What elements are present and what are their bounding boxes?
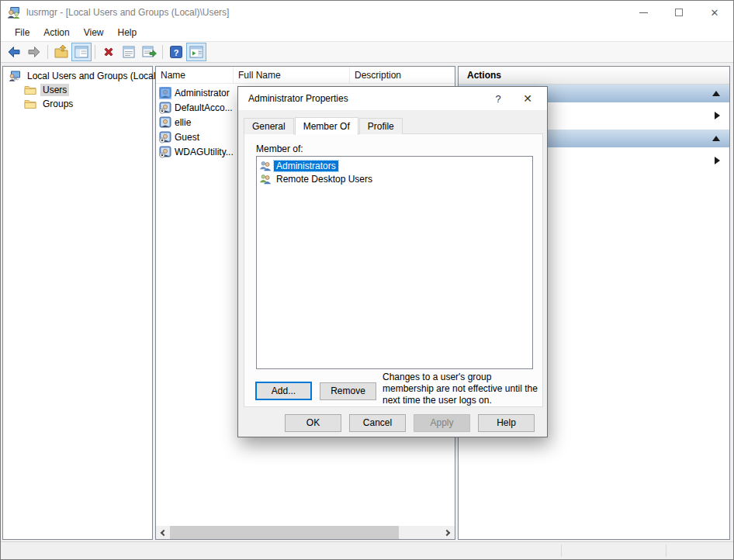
selection-overlay	[159, 87, 171, 99]
dialog-tabstrip: General Member Of Profile	[244, 117, 403, 134]
group-item-administrators[interactable]: Administrators	[257, 159, 532, 172]
tree-node-groups-label: Groups	[40, 98, 75, 110]
close-button[interactable]: ✕	[697, 1, 732, 24]
member-of-tab-page: Member of: Administrators	[244, 133, 543, 407]
dialog-help-button[interactable]: ?	[483, 87, 513, 110]
collapse-icon[interactable]	[712, 136, 720, 141]
user-icon	[159, 87, 171, 99]
group-icon	[259, 160, 272, 172]
cancel-button[interactable]: Cancel	[349, 414, 406, 432]
close-icon: ✕	[523, 92, 532, 105]
user-disabled-icon	[159, 146, 171, 158]
forward-icon	[26, 44, 42, 60]
member-of-label: Member of:	[256, 143, 303, 154]
tab-member-of[interactable]: Member Of	[295, 117, 358, 135]
tree-node-users-label: Users	[40, 84, 69, 96]
user-name: DefaultAcco...	[175, 102, 233, 113]
apply-button[interactable]: Apply	[414, 414, 470, 432]
back-icon	[6, 44, 22, 60]
maximize-button[interactable]	[661, 1, 697, 24]
tab-profile[interactable]: Profile	[359, 118, 403, 134]
app-window: lusrmgr - [Local Users and Groups (Local…	[0, 0, 734, 560]
help-icon: ?	[495, 93, 500, 105]
group-item-remote-desktop-users[interactable]: Remote Desktop Users	[257, 172, 532, 185]
show-console-tree-button[interactable]	[71, 43, 92, 61]
scroll-left-button[interactable]	[156, 526, 169, 539]
user-name: Administrator	[175, 88, 230, 99]
dialog-title: Administrator Properties	[248, 93, 483, 104]
back-button[interactable]	[4, 43, 24, 61]
collapse-icon[interactable]	[712, 91, 720, 96]
show-console-tree-icon	[74, 44, 89, 60]
menu-file[interactable]: File	[8, 25, 36, 40]
console-tree-pane: Local Users and Groups (Local) Users Gro…	[2, 66, 153, 540]
computer-users-icon	[9, 70, 21, 82]
ok-button[interactable]: OK	[285, 414, 341, 432]
horizontal-scrollbar[interactable]	[156, 526, 455, 539]
scroll-right-button[interactable]	[441, 526, 455, 539]
help-button[interactable]: ?	[166, 43, 186, 61]
up-one-level-icon	[54, 44, 69, 60]
user-name: ellie	[175, 117, 191, 128]
app-icon	[7, 6, 20, 19]
statusbar-separator	[561, 544, 562, 557]
membership-note: Changes to a user's group membership are…	[383, 372, 544, 406]
window-title: lusrmgr - [Local Users and Groups (Local…	[26, 7, 229, 18]
menu-bar: File Action View Help	[1, 24, 733, 41]
column-header-description[interactable]: Description	[350, 67, 455, 83]
export-list-button[interactable]	[139, 43, 159, 61]
properties-button[interactable]	[119, 43, 139, 61]
group-name: Administrators	[274, 161, 338, 171]
actions-pane-title: Actions	[459, 67, 729, 85]
delete-button[interactable]	[99, 43, 119, 61]
scrollbar-track[interactable]	[169, 526, 441, 539]
user-name: Guest	[175, 132, 199, 143]
menu-view[interactable]: View	[77, 25, 111, 40]
remove-button[interactable]: Remove	[320, 382, 376, 400]
user-disabled-icon	[159, 131, 171, 143]
column-header-name[interactable]: Name	[156, 67, 234, 83]
toolbar: ?	[1, 41, 733, 63]
toolbar-separator	[47, 45, 48, 59]
close-icon: ✕	[711, 7, 719, 19]
minimize-button[interactable]	[625, 1, 661, 24]
group-icon	[259, 173, 272, 185]
delete-icon	[101, 44, 116, 60]
help-icon: ?	[168, 44, 184, 60]
list-header: Name Full Name Description	[156, 67, 455, 84]
forward-button[interactable]	[24, 43, 44, 61]
column-header-full-name[interactable]: Full Name	[234, 67, 350, 83]
status-bar	[1, 541, 733, 559]
properties-icon	[121, 44, 137, 60]
submenu-arrow-icon	[715, 157, 720, 164]
up-one-level-button[interactable]	[51, 43, 71, 61]
user-icon	[159, 116, 171, 129]
minimize-icon	[639, 12, 648, 13]
toolbar-separator	[95, 45, 95, 59]
dialog-close-button[interactable]: ✕	[513, 87, 542, 110]
user-disabled-icon	[159, 102, 171, 114]
submenu-arrow-icon	[715, 112, 720, 119]
group-membership-list[interactable]: Administrators Remote Desktop Users	[256, 156, 533, 369]
chevron-right-icon	[444, 529, 450, 535]
help-button-dialog[interactable]: Help	[478, 414, 535, 432]
administrator-properties-dialog: Administrator Properties ? ✕ General Mem…	[237, 86, 548, 437]
menu-action[interactable]: Action	[36, 25, 76, 40]
tree-node-groups[interactable]: Groups	[3, 97, 152, 111]
dialog-title-bar: Administrator Properties ? ✕	[238, 87, 547, 110]
group-name: Remote Desktop Users	[274, 174, 375, 185]
user-name: WDAGUtility...	[175, 147, 234, 157]
export-list-icon	[141, 44, 157, 60]
tab-general[interactable]: General	[244, 118, 294, 134]
dialog-button-row: OK Cancel Apply Help	[238, 414, 535, 432]
chevron-left-icon	[161, 529, 167, 535]
add-button[interactable]: Add...	[255, 382, 312, 400]
maximize-icon	[675, 9, 683, 16]
menu-help[interactable]: Help	[111, 25, 144, 40]
show-action-pane-icon	[189, 44, 204, 60]
tree-root-node[interactable]: Local Users and Groups (Local)	[3, 69, 152, 83]
tree-node-users[interactable]: Users	[3, 83, 152, 97]
tree-root-label: Local Users and Groups (Local)	[25, 70, 161, 82]
show-action-pane-button[interactable]	[186, 43, 206, 61]
scrollbar-thumb[interactable]	[170, 526, 399, 539]
